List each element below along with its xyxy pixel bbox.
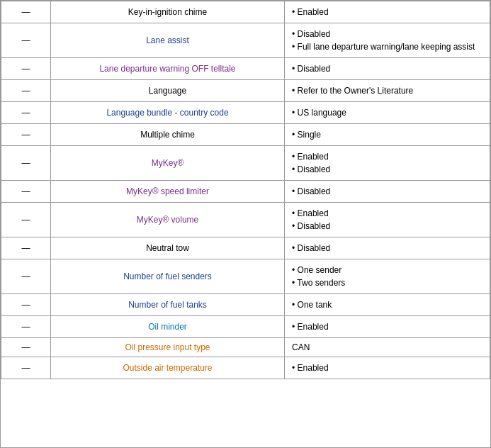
options-list: One senderTwo senders — [292, 264, 482, 289]
options-cell: EnabledDisabled — [285, 203, 490, 237]
feature-label: Lane assist — [146, 35, 189, 45]
features-table: —Key-in-ignition chimeEnabled—Lane assis… — [1, 1, 490, 379]
table-row: —Lane departure warning OFF telltaleDisa… — [1, 58, 490, 80]
options-list: US language — [292, 106, 482, 119]
feature-cell: Oil pressure input type — [51, 338, 285, 357]
feature-label: MyKey® speed limiter — [126, 186, 209, 196]
table-row: —Neutral towDisabled — [1, 237, 490, 259]
feature-cell: Language — [51, 80, 285, 102]
option-plain: CAN — [292, 342, 310, 352]
table-row: —LanguageRefer to the Owner's Literature — [1, 80, 490, 102]
options-list: Refer to the Owner's Literature — [292, 84, 482, 97]
option-item: Disabled — [292, 220, 482, 233]
feature-label: Language — [149, 86, 186, 96]
table-row: —Oil minderEnabled — [1, 316, 490, 338]
feature-cell: Number of fuel senders — [51, 259, 285, 294]
options-cell: Disabled — [285, 58, 490, 80]
option-item: Disabled — [292, 28, 482, 40]
dash-cell: — — [1, 1, 51, 23]
dash-cell: — — [1, 357, 51, 379]
table-row: —Lane assistDisabledFull lane departure … — [1, 23, 490, 58]
option-item: Disabled — [292, 242, 482, 254]
options-cell: US language — [285, 102, 490, 124]
dash-cell: — — [1, 58, 51, 80]
table-row: —Oil pressure input typeCAN — [1, 338, 490, 357]
table-row: —MyKey® speed limiterDisabled — [1, 181, 490, 203]
dash-cell: — — [1, 259, 51, 294]
dash-cell: — — [1, 316, 51, 338]
table-row: —MyKey® volumeEnabledDisabled — [1, 203, 490, 237]
options-cell: One tank — [285, 294, 490, 316]
feature-cell: Number of fuel tanks — [51, 294, 285, 316]
feature-label: MyKey® — [152, 158, 184, 168]
options-list: Disabled — [292, 62, 482, 75]
options-list: DisabledFull lane departure warning/lane… — [292, 28, 482, 53]
option-item: One tank — [292, 298, 482, 311]
option-item: Disabled — [292, 185, 482, 198]
feature-cell: Neutral tow — [51, 237, 285, 259]
feature-cell: MyKey® — [51, 146, 285, 181]
option-item: Enabled — [292, 6, 482, 18]
feature-cell: Language bundle - country code — [51, 102, 285, 124]
options-cell: Refer to the Owner's Literature — [285, 80, 490, 102]
options-cell: Single — [285, 124, 490, 146]
option-item: Refer to the Owner's Literature — [292, 84, 482, 97]
options-list: Disabled — [292, 185, 482, 198]
table-row: —Language bundle - country codeUS langua… — [1, 102, 490, 124]
option-item: Disabled — [292, 163, 482, 176]
feature-cell: MyKey® volume — [51, 203, 285, 237]
feature-label: Language bundle - country code — [106, 108, 228, 118]
table-row: —Multiple chimeSingle — [1, 124, 490, 146]
table-row: —Number of fuel tanksOne tank — [1, 294, 490, 316]
table-row: —MyKey®EnabledDisabled — [1, 146, 490, 181]
dash-cell: — — [1, 181, 51, 203]
feature-label: Outside air temperature — [123, 363, 212, 373]
main-table-container: —Key-in-ignition chimeEnabled—Lane assis… — [0, 0, 491, 448]
option-item: One sender — [292, 264, 482, 276]
option-item: US language — [292, 106, 482, 119]
feature-cell: Lane departure warning OFF telltale — [51, 58, 285, 80]
options-list: Disabled — [292, 242, 482, 254]
option-item: Enabled — [292, 207, 482, 220]
feature-label: Number of fuel tanks — [128, 300, 207, 310]
dash-cell: — — [1, 237, 51, 259]
option-item: Single — [292, 128, 482, 141]
dash-cell: — — [1, 146, 51, 181]
dash-cell: — — [1, 23, 51, 58]
option-item: Full lane departure warning/lane keeping… — [292, 40, 482, 53]
feature-cell: Multiple chime — [51, 124, 285, 146]
feature-label: Key-in-ignition chime — [128, 7, 207, 17]
feature-cell: Outside air temperature — [51, 357, 285, 379]
options-cell: EnabledDisabled — [285, 146, 490, 181]
options-cell: Enabled — [285, 316, 490, 338]
options-cell: Enabled — [285, 1, 490, 23]
options-list: One tank — [292, 298, 482, 311]
option-item: Disabled — [292, 62, 482, 75]
options-cell: Enabled — [285, 357, 490, 379]
options-list: Enabled — [292, 362, 482, 374]
feature-cell: MyKey® speed limiter — [51, 181, 285, 203]
option-item: Enabled — [292, 320, 482, 333]
dash-cell: — — [1, 124, 51, 146]
feature-cell: Key-in-ignition chime — [51, 1, 285, 23]
feature-label: Lane departure warning OFF telltale — [99, 64, 235, 74]
table-row: —Key-in-ignition chimeEnabled — [1, 1, 490, 23]
feature-label: Neutral tow — [146, 243, 189, 253]
dash-cell: — — [1, 294, 51, 316]
dash-cell: — — [1, 80, 51, 102]
feature-cell: Oil minder — [51, 316, 285, 338]
options-cell: DisabledFull lane departure warning/lane… — [285, 23, 490, 58]
table-row: —Number of fuel sendersOne senderTwo sen… — [1, 259, 490, 294]
table-row: —Outside air temperatureEnabled — [1, 357, 490, 379]
dash-cell: — — [1, 102, 51, 124]
options-list: EnabledDisabled — [292, 150, 482, 176]
options-list: Enabled — [292, 320, 482, 333]
options-list: Single — [292, 128, 482, 141]
feature-label: Multiple chime — [140, 130, 195, 140]
options-cell: Disabled — [285, 237, 490, 259]
options-list: EnabledDisabled — [292, 207, 482, 233]
feature-label: Oil minder — [148, 322, 187, 332]
options-cell: Disabled — [285, 181, 490, 203]
options-list: Enabled — [292, 6, 482, 18]
feature-label: MyKey® volume — [137, 215, 199, 225]
